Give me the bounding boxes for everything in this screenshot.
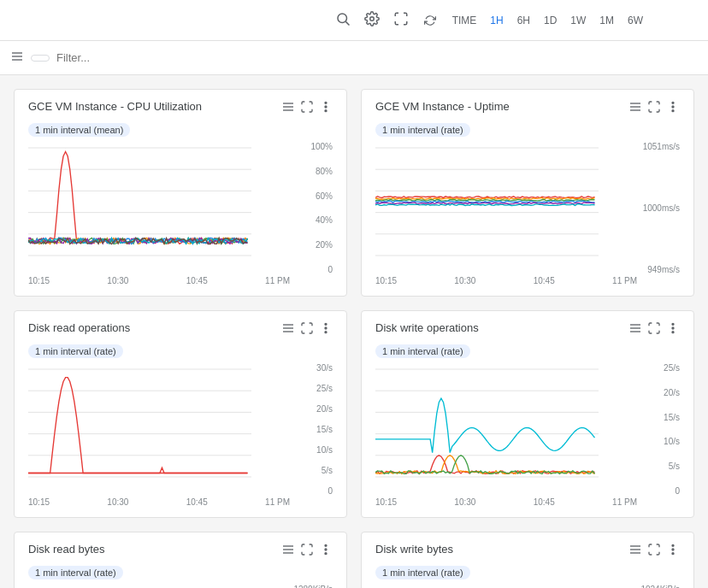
y-label: 10/s bbox=[292, 445, 333, 455]
y-label: 30/s bbox=[292, 363, 333, 373]
expand-icon[interactable] bbox=[647, 321, 661, 338]
more-icon[interactable] bbox=[319, 100, 333, 116]
chart-area-disk-read-bytes: 1280KiB/s bbox=[28, 585, 333, 588]
more-icon[interactable] bbox=[319, 543, 333, 559]
more-icon[interactable] bbox=[666, 100, 680, 116]
time-button-1d[interactable]: 1D bbox=[537, 11, 563, 30]
chart-title-cpu-utilization: GCE VM Instance - CPU Utilization bbox=[28, 100, 202, 113]
refresh-off-button[interactable] bbox=[417, 11, 445, 30]
filter-input[interactable] bbox=[56, 51, 698, 64]
svg-point-46 bbox=[672, 327, 674, 329]
filter-menu-icon[interactable] bbox=[10, 50, 24, 67]
list-icon[interactable] bbox=[628, 543, 642, 559]
svg-point-33 bbox=[325, 323, 327, 325]
x-labels-disk-read-ops: 10:1510:3010:4511 PM bbox=[28, 497, 333, 507]
more-icon[interactable] bbox=[666, 321, 680, 338]
time-button-1m[interactable]: 1M bbox=[593, 11, 621, 30]
svg-point-59 bbox=[325, 553, 327, 555]
chart-header-disk-write-bytes: Disk write bytes bbox=[375, 543, 680, 559]
list-icon[interactable] bbox=[628, 100, 642, 116]
svg-point-69 bbox=[672, 544, 674, 546]
svg-point-58 bbox=[325, 549, 327, 550]
chart-title-disk-read-bytes: Disk read bytes bbox=[28, 543, 105, 556]
x-labels-uptime: 10:1510:3010:4511 PM bbox=[375, 276, 680, 285]
favorite-icon[interactable] bbox=[667, 17, 674, 24]
chart-title-uptime: GCE VM Instance - Uptime bbox=[375, 100, 510, 113]
list-icon[interactable] bbox=[628, 321, 642, 338]
list-icon[interactable] bbox=[281, 543, 295, 559]
chart-badge-disk-read-ops: 1 min interval (rate) bbox=[28, 344, 123, 358]
add-chart-button[interactable] bbox=[677, 15, 698, 26]
x-label: 10:15 bbox=[375, 276, 397, 285]
y-labels-disk-write-bytes: 1024KiB/s bbox=[639, 585, 680, 588]
y-label: 1024KiB/s bbox=[639, 585, 680, 588]
svg-point-45 bbox=[672, 323, 674, 325]
x-label: 10:15 bbox=[375, 497, 397, 507]
expand-icon[interactable] bbox=[647, 543, 661, 559]
chart-title-disk-read-ops: Disk read operations bbox=[28, 321, 130, 334]
y-label: 20/s bbox=[639, 388, 680, 397]
y-label: 5/s bbox=[639, 462, 680, 471]
x-label: 11 PM bbox=[265, 276, 290, 285]
time-button-1h[interactable]: 1H bbox=[483, 11, 510, 30]
chart-card-disk-write-ops: Disk write operations1 min interval (rat… bbox=[361, 310, 694, 518]
y-label: 10/s bbox=[639, 437, 680, 446]
chart-card-disk-read-bytes: Disk read bytes1 min interval (rate)1280… bbox=[14, 532, 347, 588]
y-label: 15/s bbox=[639, 413, 680, 422]
list-icon[interactable] bbox=[281, 100, 295, 116]
chart-area-uptime: 1051ms/s1000ms/s949ms/s bbox=[375, 142, 680, 274]
time-range-buttons: TIME 1H 6H 1D 1W 1M 6W bbox=[417, 11, 664, 30]
chart-badge-disk-write-ops: 1 min interval (rate) bbox=[375, 344, 470, 358]
x-label: 10:45 bbox=[186, 276, 208, 285]
y-label: 1000ms/s bbox=[639, 203, 680, 213]
y-label: 949ms/s bbox=[639, 265, 680, 274]
y-label: 1051ms/s bbox=[639, 142, 680, 151]
y-label: 60% bbox=[292, 191, 333, 201]
svg-point-71 bbox=[672, 553, 674, 555]
group-by-button[interactable] bbox=[31, 55, 50, 62]
chart-header-uptime: GCE VM Instance - Uptime bbox=[375, 100, 680, 116]
svg-point-11 bbox=[325, 110, 327, 112]
time-button-1w[interactable]: 1W bbox=[563, 11, 593, 30]
y-labels-disk-read-bytes: 1280KiB/s bbox=[292, 585, 333, 588]
time-button-6w[interactable]: 6W bbox=[621, 11, 650, 30]
y-label: 20/s bbox=[292, 404, 333, 414]
custom-range-button[interactable] bbox=[650, 17, 664, 24]
svg-point-0 bbox=[338, 14, 347, 23]
back-button[interactable] bbox=[10, 17, 17, 24]
y-labels-disk-write-ops: 25/s20/s15/s10/s5/s0 bbox=[639, 363, 680, 496]
x-label: 10:30 bbox=[107, 276, 128, 285]
y-label: 5/s bbox=[292, 466, 333, 475]
chart-icons-cpu-utilization bbox=[281, 100, 333, 116]
time-button-6h[interactable]: 6H bbox=[510, 11, 537, 30]
expand-icon[interactable] bbox=[647, 100, 661, 116]
search-icon[interactable] bbox=[330, 6, 356, 35]
x-label: 11 PM bbox=[265, 497, 290, 507]
chart-icons-disk-read-bytes bbox=[281, 543, 333, 559]
chart-title-disk-write-ops: Disk write operations bbox=[375, 321, 479, 334]
expand-icon[interactable] bbox=[300, 543, 314, 559]
svg-point-21 bbox=[672, 102, 674, 103]
chart-card-uptime: GCE VM Instance - Uptime1 min interval (… bbox=[361, 89, 694, 297]
time-button-time[interactable]: TIME bbox=[445, 11, 484, 30]
y-label: 80% bbox=[292, 167, 333, 176]
chart-header-cpu-utilization: GCE VM Instance - CPU Utilization bbox=[28, 100, 333, 116]
x-labels-disk-write-ops: 10:1510:3010:4511 PM bbox=[375, 497, 680, 507]
chart-card-disk-read-ops: Disk read operations1 min interval (rate… bbox=[14, 310, 347, 518]
y-label: 0 bbox=[292, 486, 333, 496]
settings-icon[interactable] bbox=[359, 6, 385, 35]
svg-point-23 bbox=[672, 110, 674, 112]
more-icon[interactable] bbox=[319, 321, 333, 338]
chart-badge-uptime: 1 min interval (rate) bbox=[375, 123, 470, 137]
chart-header-disk-write-ops: Disk write operations bbox=[375, 321, 680, 338]
expand-icon[interactable] bbox=[300, 321, 314, 338]
chart-icons-uptime bbox=[628, 100, 680, 116]
filterbar bbox=[0, 41, 708, 75]
more-icon[interactable] bbox=[666, 543, 680, 559]
list-icon[interactable] bbox=[281, 321, 295, 338]
svg-point-70 bbox=[672, 549, 674, 550]
fullscreen-icon[interactable] bbox=[388, 6, 414, 35]
svg-point-9 bbox=[325, 102, 327, 103]
expand-icon[interactable] bbox=[300, 100, 314, 116]
y-label: 15/s bbox=[292, 425, 333, 434]
